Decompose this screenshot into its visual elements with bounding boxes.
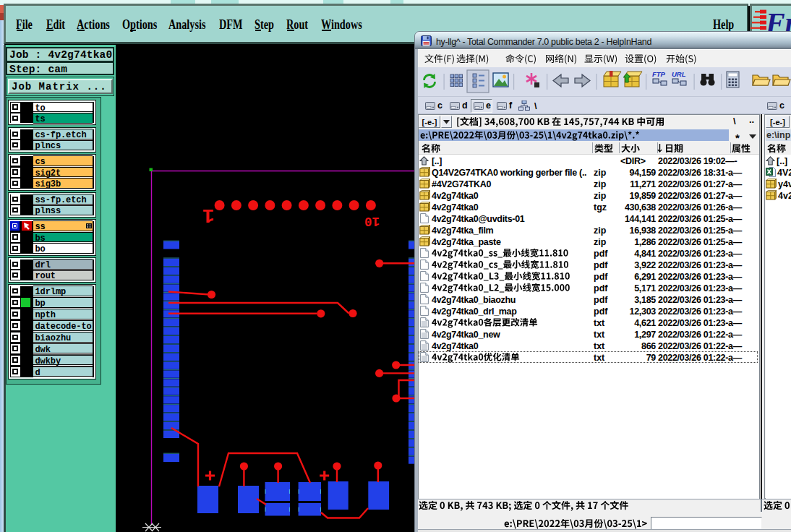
- svg-text:FTP: FTP: [652, 70, 666, 78]
- svg-text:URL: URL: [672, 70, 686, 78]
